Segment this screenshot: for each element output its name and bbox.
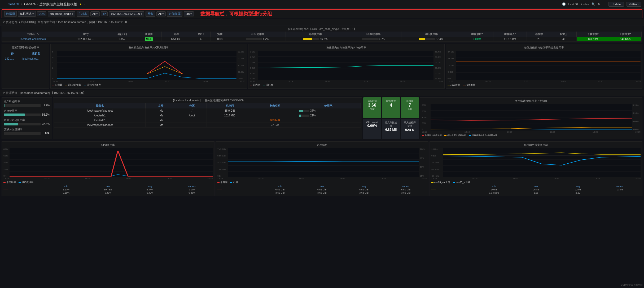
col-load: 负载: [211, 32, 229, 37]
filter-hostname-value[interactable]: All ▾: [90, 11, 100, 16]
left-metrics-panel: 总CPU使用率 1.2% 内存使用率 56.2% 最大分区(/)使用率 37.4…: [2, 97, 52, 139]
info-open-files: 总文件描述符 6.82 Mil: [382, 119, 400, 139]
p99-host: localhost.loc...: [21, 57, 51, 61]
p99-title: 最近7天P99资源使用率: [3, 46, 47, 50]
cell-io-util: 0.0%: [345, 37, 401, 42]
overall-disk-legend: 总磁盘量 总使用量: [448, 83, 641, 87]
col-upload: 上传带宽*: [609, 32, 641, 37]
mem-legend: 总内存 已用: [217, 181, 427, 184]
file-fd-panel: 文件描述符/每秒上下文切换 80006000400020000: [420, 97, 642, 139]
network-title: 每秒网络带宽使用All: [431, 143, 641, 147]
cpu-usage-panel: CPU使用率 80%60%40%20%0% 18:1018:1518:20: [2, 141, 214, 196]
overall-cpu-panel: 整体总负载与整体平均CPU使用率 543210: [50, 44, 247, 89]
disk-col-mount: 分区: [177, 103, 207, 108]
col-ip: IP ▽: [64, 32, 108, 37]
max-partition-metric: 最大分区(/)使用率 37.4%: [4, 118, 50, 125]
breadcrumb-sep: /: [21, 2, 22, 6]
filter-interval-label: 时间间隔: [167, 11, 182, 17]
file-fd-title: 文件描述符/每秒上下文切换: [422, 99, 641, 103]
breadcrumb-general: General: [8, 2, 19, 6]
cell-tcp: 46: [551, 37, 577, 42]
info-max-process: 最大进程开文件 524 K: [401, 119, 419, 139]
cell-connections: 25: [527, 37, 551, 42]
disk-row-1: /dev/mapper/klas-root xfs / 35.0 GiB 37%: [54, 108, 361, 113]
top-bar-right: 🕐 Last 30 minutes 🔍 ↻ ⋮ Update GitHub: [562, 2, 641, 7]
refresh-icon[interactable]: ↻: [598, 2, 600, 6]
time-range-label[interactable]: Last 30 minutes: [568, 3, 589, 6]
disk-col-fs: 文件↑: [146, 103, 177, 108]
top-bar: ☰ General / General / 达梦数据库主机监控模板 ★ ⋯ 🕐 …: [0, 0, 644, 8]
overall-disk-x-labels: 18:1018:1518:2018:2518:3018:35: [448, 80, 641, 82]
filter-job-label: JOB: [37, 11, 46, 16]
menu-icon[interactable]: ⋮: [603, 2, 606, 6]
info-boxes: 运行时间 3.66 hour CPU核数 4 总内存 7 GiB CPU iow…: [363, 97, 419, 139]
col-tcp: TCP_t.: [551, 32, 577, 37]
overall-mem-title: 整体总内存与整体平均内存使用率: [250, 46, 443, 50]
cell-health: 99.6: [136, 37, 162, 42]
star-icon[interactable]: ★: [79, 2, 82, 6]
time-range-icon: 🕐: [562, 2, 566, 6]
mem-info-panel: 内存信息 7.45 GiB5.59 GiB3.73 GiB1.86 GiB0 B: [216, 141, 428, 196]
filter-ip-value[interactable]: 192.168.145.162:9100 ▾: [109, 11, 144, 16]
disk-table-panel: 【localhost.localdomain】：各分区可用空间(EXT.*/XF…: [53, 97, 362, 139]
col-disk-read: 磁盘读取*: [461, 32, 493, 37]
cpu-legend: 总使用率 用户使用率: [3, 181, 213, 184]
cpu-x-labels: 18:1018:1518:2018:2518:3018:35: [3, 177, 213, 180]
mem-x-labels: 18:1018:1518:2018:2518:3018:35: [217, 177, 427, 180]
col-mem-usage: 内存使用率: [286, 32, 345, 37]
filter-single-test[interactable]: 单机测试 ▾: [18, 11, 36, 17]
filter-interval-value[interactable]: 2m ▾: [184, 11, 194, 16]
col-connections: 连接数: [527, 32, 551, 37]
overall-cpu-title: 整体总负载与整体平均CPU使用率: [52, 46, 245, 50]
overall-cpu-legend: 总负载 总5分钟负载 总平均使用率: [52, 83, 245, 87]
info-cpu-iowait: CPU iowait 0.00%: [363, 119, 381, 139]
file-fd-x-labels: 18:1018:1518:2018:2518:3018:35: [422, 131, 641, 133]
col-hostname: 主机名 ↑▽: [2, 32, 64, 37]
disk-table-title: 【localhost.localdomain】：各分区可用空间(EXT.*/XF…: [54, 99, 361, 102]
cell-download: 140 Kb/s: [577, 37, 609, 42]
p99-panel: 最近7天P99资源使用率 IP 主机名 192.1... localhost.l…: [2, 44, 49, 89]
filter-job-value[interactable]: dm_node_single ▾: [48, 11, 75, 16]
filter-bar: 数据源 单机测试 ▾ JOB dm_node_single ▾ 主机名 All …: [2, 9, 642, 18]
overall-mem-legend: 总内存 总已用: [250, 83, 443, 87]
search-icon[interactable]: 🔍: [592, 2, 595, 6]
network-panel: 每秒网络带宽使用All 10 kb/s0 b/s-10 kb/s-20 kb/s…: [430, 141, 642, 196]
cpu-usage-title: CPU使用率: [3, 143, 213, 147]
disk-col-device: 设备名: [54, 103, 146, 108]
col-disk-usage: 分区使用率: [401, 32, 461, 37]
service-header: 服务器资源总览表【JOB：dm_node_single，主机数：1】: [2, 27, 642, 32]
network-stats: min max avg current —— 10.53 26.85 22.98…: [431, 185, 641, 194]
disk-col-usage: 使用率↓: [297, 103, 361, 108]
network-x-labels: 18:1018:1518:2018:2518:3018:35: [431, 177, 641, 180]
cell-mem-usage: 56.2%: [286, 37, 345, 42]
col-health: 健康值: [136, 32, 162, 37]
overall-mem-panel: 整体总内存与整体平均内存使用率 7 GiB7 GiB6 GiB5 GiB4 Gi…: [248, 44, 445, 89]
cell-disk-usage: 37.4%: [401, 37, 461, 42]
p99-col-host: 主机名: [21, 51, 51, 56]
cell-cpu-usage: 1.2%: [229, 37, 286, 42]
col-download: 下载带宽*: [577, 32, 609, 37]
table-row: localhost.localdomain 192.168.145... 0.1…: [2, 37, 642, 42]
nav-annotation: 数据导航栏，可根据类型进行分组: [200, 11, 272, 17]
detail-middle-row: 总CPU使用率 1.2% 内存使用率 56.2% 最大分区(/)使用率 37.4…: [0, 96, 644, 140]
cell-hostname: localhost.localdomain: [2, 37, 64, 42]
overall-cpu-x-labels: 18:1018:1518:2018:2518:3018:35: [52, 80, 245, 82]
cpu-stats: min max avg current —— 1.17% 69.73% 6.44…: [3, 185, 213, 194]
overall-mem-x-labels: 18:1018:1518:2018:2518:3018:35: [250, 80, 443, 82]
resource-overview-header: ∨ 资源总览（关联JOB项）当前选中主机：localhost.localdoma…: [0, 19, 644, 25]
disk-row-2: /dev/sda1 xfs /boot 1014 MiB 21%: [54, 113, 361, 118]
update-button[interactable]: Update: [608, 2, 624, 7]
cpu-total-metric: 总CPU使用率 1.2%: [4, 100, 50, 107]
disk-col-free: 剩余空间: [253, 103, 297, 108]
filter-datasource[interactable]: 数据源: [4, 11, 17, 17]
swap-metric: 交换分区使用率 N/A: [4, 128, 50, 135]
share-icon[interactable]: ⋯: [84, 2, 87, 6]
bottom-charts-row: CPU使用率 80%60%40%20%0% 18:1018:1518:20: [0, 140, 644, 197]
github-button[interactable]: GitHub: [627, 2, 641, 7]
p99-row: 192.1... localhost.loc...: [4, 57, 51, 61]
filter-hostname-label: 主机名: [77, 11, 89, 17]
filter-network-value[interactable]: All ▾: [156, 11, 166, 16]
info-cpu-cores: CPU核数 4: [382, 97, 400, 118]
cell-load: 0.08: [211, 37, 229, 42]
p99-table: IP 主机名 192.1... localhost.loc...: [3, 51, 51, 61]
